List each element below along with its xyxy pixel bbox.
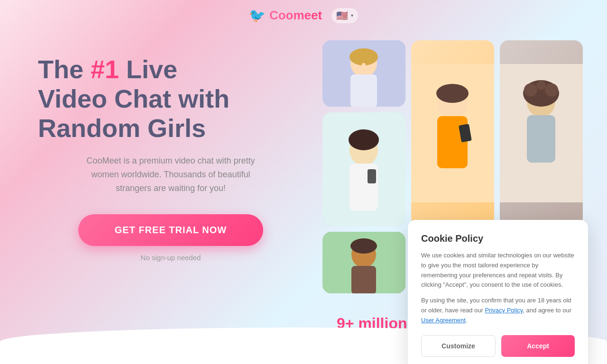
cookie-buttons: Customize Accept (421, 335, 575, 357)
language-selector[interactable]: 🇺🇸 ▾ (331, 8, 358, 23)
photo-1 (322, 40, 405, 107)
photo-5 (322, 232, 405, 293)
get-free-trial-button[interactable]: GET FREE TRIAL NOW (78, 214, 263, 246)
flag-icon: 🇺🇸 (336, 10, 348, 21)
cookie-text-1: We use cookies and similar technologies … (421, 251, 575, 290)
svg-rect-24 (351, 266, 376, 293)
svg-point-4 (362, 63, 366, 67)
photo-4 (322, 112, 405, 226)
photo-2 (411, 40, 494, 226)
headline-number: #1 (91, 55, 119, 83)
svg-point-15 (545, 83, 558, 97)
svg-rect-12 (527, 115, 555, 163)
svg-rect-21 (368, 169, 376, 183)
svg-point-3 (349, 48, 378, 65)
svg-point-20 (349, 129, 379, 150)
svg-point-16 (536, 81, 546, 90)
customize-button[interactable]: Customize (421, 335, 496, 357)
header: 🐦 Coomeet 🇺🇸 ▾ (0, 0, 607, 31)
accept-button[interactable]: Accept (501, 335, 575, 357)
svg-point-8 (436, 84, 469, 103)
headline-prefix: The (38, 55, 91, 83)
svg-rect-2 (350, 74, 377, 107)
logo-bird-icon: 🐦 (249, 8, 266, 23)
cookie-title: Cookie Policy (421, 233, 575, 244)
headline: The #1 LiveVideo Chat withRandom Girls (38, 55, 304, 143)
no-signup-text: No sign-up needed (38, 254, 304, 262)
svg-point-14 (524, 83, 537, 97)
cookie-text-2: By using the site, you confirm that you … (421, 296, 575, 325)
logo: 🐦 Coomeet (249, 8, 322, 23)
left-panel: The #1 LiveVideo Chat withRandom Girls C… (38, 45, 304, 364)
photo-3 (500, 40, 583, 226)
user-agreement-link[interactable]: User Agreement (421, 317, 466, 324)
chevron-down-icon: ▾ (351, 13, 353, 18)
privacy-policy-link[interactable]: Privacy Policy (485, 307, 523, 314)
cookie-banner: Cookie Policy We use cookies and similar… (408, 220, 588, 364)
svg-point-25 (350, 238, 377, 254)
logo-text: Coomeet (269, 8, 322, 23)
hero-subtext: CooMeet is a premium video chat with pre… (81, 154, 261, 195)
svg-rect-7 (437, 116, 468, 168)
